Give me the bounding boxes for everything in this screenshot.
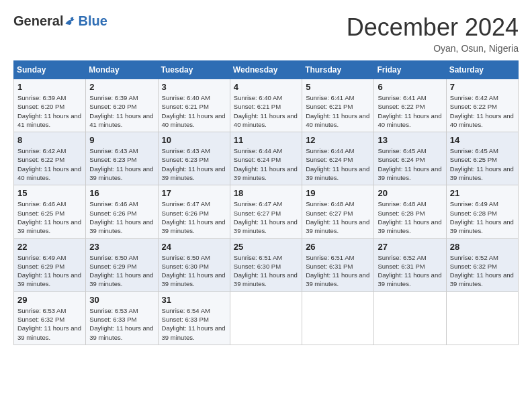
- empty-cell: [230, 291, 302, 345]
- calendar-day-cell: 13Sunrise: 6:45 AMSunset: 6:24 PMDayligh…: [374, 132, 446, 185]
- calendar-day-cell: 18Sunrise: 6:47 AMSunset: 6:27 PMDayligh…: [230, 185, 302, 238]
- day-detail: Sunrise: 6:40 AMSunset: 6:21 PMDaylight:…: [162, 93, 226, 129]
- day-number: 18: [234, 188, 298, 198]
- day-number: 13: [378, 135, 442, 145]
- calendar-day-cell: 10Sunrise: 6:43 AMSunset: 6:23 PMDayligh…: [158, 132, 230, 185]
- calendar-day-cell: 7Sunrise: 6:42 AMSunset: 6:22 PMDaylight…: [446, 79, 518, 132]
- calendar-day-cell: 21Sunrise: 6:49 AMSunset: 6:28 PMDayligh…: [446, 185, 518, 238]
- calendar-day-cell: 14Sunrise: 6:45 AMSunset: 6:25 PMDayligh…: [446, 132, 518, 185]
- day-detail: Sunrise: 6:50 AMSunset: 6:30 PMDaylight:…: [162, 253, 226, 289]
- calendar-week-row: 8Sunrise: 6:42 AMSunset: 6:22 PMDaylight…: [14, 132, 519, 185]
- day-number: 25: [234, 242, 298, 252]
- calendar-day-cell: 11Sunrise: 6:44 AMSunset: 6:24 PMDayligh…: [230, 132, 302, 185]
- day-detail: Sunrise: 6:45 AMSunset: 6:25 PMDaylight:…: [450, 146, 515, 182]
- calendar-week-row: 1Sunrise: 6:39 AMSunset: 6:20 PMDaylight…: [14, 79, 519, 132]
- calendar-day-cell: 19Sunrise: 6:48 AMSunset: 6:27 PMDayligh…: [302, 185, 374, 238]
- calendar-day-cell: 17Sunrise: 6:47 AMSunset: 6:26 PMDayligh…: [158, 185, 230, 238]
- day-number: 4: [234, 82, 298, 92]
- day-detail: Sunrise: 6:44 AMSunset: 6:24 PMDaylight:…: [234, 146, 298, 182]
- calendar-day-cell: 23Sunrise: 6:50 AMSunset: 6:29 PMDayligh…: [86, 238, 158, 291]
- day-number: 22: [17, 242, 82, 252]
- day-number: 21: [450, 188, 515, 198]
- day-detail: Sunrise: 6:40 AMSunset: 6:21 PMDaylight:…: [234, 93, 298, 129]
- day-detail: Sunrise: 6:45 AMSunset: 6:24 PMDaylight:…: [378, 146, 442, 182]
- title-block: December 2024 Oyan, Osun, Nigeria: [347, 13, 519, 54]
- day-detail: Sunrise: 6:47 AMSunset: 6:27 PMDaylight:…: [234, 199, 298, 235]
- day-detail: Sunrise: 6:51 AMSunset: 6:31 PMDaylight:…: [306, 253, 370, 289]
- calendar-day-cell: 27Sunrise: 6:52 AMSunset: 6:31 PMDayligh…: [374, 238, 446, 291]
- day-detail: Sunrise: 6:41 AMSunset: 6:21 PMDaylight:…: [306, 93, 370, 129]
- day-number: 7: [450, 82, 515, 92]
- day-detail: Sunrise: 6:53 AMSunset: 6:33 PMDaylight:…: [89, 306, 154, 342]
- logo-general: General: [13, 13, 63, 29]
- day-detail: Sunrise: 6:50 AMSunset: 6:29 PMDaylight:…: [89, 253, 154, 289]
- day-detail: Sunrise: 6:42 AMSunset: 6:22 PMDaylight:…: [450, 93, 515, 129]
- day-number: 23: [89, 242, 154, 252]
- calendar-day-cell: 22Sunrise: 6:49 AMSunset: 6:29 PMDayligh…: [14, 238, 86, 291]
- day-detail: Sunrise: 6:52 AMSunset: 6:31 PMDaylight:…: [378, 253, 442, 289]
- day-number: 11: [234, 135, 298, 145]
- column-header-thursday: Thursday: [302, 61, 374, 79]
- column-header-wednesday: Wednesday: [230, 61, 302, 79]
- day-number: 20: [378, 188, 442, 198]
- calendar-week-row: 22Sunrise: 6:49 AMSunset: 6:29 PMDayligh…: [14, 238, 519, 291]
- calendar-day-cell: 25Sunrise: 6:51 AMSunset: 6:30 PMDayligh…: [230, 238, 302, 291]
- calendar-day-cell: 1Sunrise: 6:39 AMSunset: 6:20 PMDaylight…: [14, 79, 86, 132]
- empty-cell: [446, 291, 518, 345]
- day-detail: Sunrise: 6:51 AMSunset: 6:30 PMDaylight:…: [234, 253, 298, 289]
- day-detail: Sunrise: 6:54 AMSunset: 6:33 PMDaylight:…: [162, 306, 226, 342]
- day-number: 10: [162, 135, 226, 145]
- day-detail: Sunrise: 6:49 AMSunset: 6:29 PMDaylight:…: [17, 253, 82, 289]
- calendar-day-cell: 4Sunrise: 6:40 AMSunset: 6:21 PMDaylight…: [230, 79, 302, 132]
- day-detail: Sunrise: 6:42 AMSunset: 6:22 PMDaylight:…: [17, 146, 82, 182]
- calendar-week-row: 29Sunrise: 6:53 AMSunset: 6:32 PMDayligh…: [14, 291, 519, 345]
- calendar-day-cell: 15Sunrise: 6:46 AMSunset: 6:25 PMDayligh…: [14, 185, 86, 238]
- column-header-sunday: Sunday: [14, 61, 86, 79]
- calendar-day-cell: 3Sunrise: 6:40 AMSunset: 6:21 PMDaylight…: [158, 79, 230, 132]
- day-number: 14: [450, 135, 515, 145]
- empty-cell: [302, 291, 374, 345]
- calendar-day-cell: 5Sunrise: 6:41 AMSunset: 6:21 PMDaylight…: [302, 79, 374, 132]
- logo-bird-icon: [64, 15, 78, 28]
- day-number: 1: [17, 82, 82, 92]
- calendar-header-row: SundayMondayTuesdayWednesdayThursdayFrid…: [14, 61, 519, 79]
- day-detail: Sunrise: 6:49 AMSunset: 6:28 PMDaylight:…: [450, 199, 515, 235]
- day-number: 8: [17, 135, 82, 145]
- day-detail: Sunrise: 6:46 AMSunset: 6:26 PMDaylight:…: [89, 199, 154, 235]
- month-title: December 2024: [347, 13, 519, 42]
- calendar-day-cell: 6Sunrise: 6:41 AMSunset: 6:22 PMDaylight…: [374, 79, 446, 132]
- day-number: 12: [306, 135, 370, 145]
- day-number: 17: [162, 188, 226, 198]
- day-number: 6: [378, 82, 442, 92]
- day-number: 15: [17, 188, 82, 198]
- day-number: 26: [306, 242, 370, 252]
- calendar-day-cell: 26Sunrise: 6:51 AMSunset: 6:31 PMDayligh…: [302, 238, 374, 291]
- day-detail: Sunrise: 6:43 AMSunset: 6:23 PMDaylight:…: [89, 146, 154, 182]
- day-detail: Sunrise: 6:39 AMSunset: 6:20 PMDaylight:…: [17, 93, 82, 129]
- day-number: 3: [162, 82, 226, 92]
- day-number: 31: [162, 295, 226, 305]
- day-number: 24: [162, 242, 226, 252]
- day-detail: Sunrise: 6:53 AMSunset: 6:32 PMDaylight:…: [17, 306, 82, 342]
- calendar-day-cell: 20Sunrise: 6:48 AMSunset: 6:28 PMDayligh…: [374, 185, 446, 238]
- logo-blue: Blue: [78, 13, 107, 29]
- day-detail: Sunrise: 6:41 AMSunset: 6:22 PMDaylight:…: [378, 93, 442, 129]
- calendar-day-cell: 31Sunrise: 6:54 AMSunset: 6:33 PMDayligh…: [158, 291, 230, 345]
- calendar-day-cell: 29Sunrise: 6:53 AMSunset: 6:32 PMDayligh…: [14, 291, 86, 345]
- calendar-day-cell: 9Sunrise: 6:43 AMSunset: 6:23 PMDaylight…: [86, 132, 158, 185]
- day-detail: Sunrise: 6:48 AMSunset: 6:27 PMDaylight:…: [306, 199, 370, 235]
- day-number: 30: [89, 295, 154, 305]
- calendar-day-cell: 24Sunrise: 6:50 AMSunset: 6:30 PMDayligh…: [158, 238, 230, 291]
- day-detail: Sunrise: 6:46 AMSunset: 6:25 PMDaylight:…: [17, 199, 82, 235]
- calendar-table: SundayMondayTuesdayWednesdayThursdayFrid…: [13, 60, 519, 345]
- day-number: 29: [17, 295, 82, 305]
- calendar-day-cell: 16Sunrise: 6:46 AMSunset: 6:26 PMDayligh…: [86, 185, 158, 238]
- day-number: 19: [306, 188, 370, 198]
- calendar-day-cell: 30Sunrise: 6:53 AMSunset: 6:33 PMDayligh…: [86, 291, 158, 345]
- column-header-friday: Friday: [374, 61, 446, 79]
- day-number: 28: [450, 242, 515, 252]
- calendar-day-cell: 8Sunrise: 6:42 AMSunset: 6:22 PMDaylight…: [14, 132, 86, 185]
- day-detail: Sunrise: 6:39 AMSunset: 6:20 PMDaylight:…: [89, 93, 154, 129]
- calendar-day-cell: 2Sunrise: 6:39 AMSunset: 6:20 PMDaylight…: [86, 79, 158, 132]
- day-detail: Sunrise: 6:43 AMSunset: 6:23 PMDaylight:…: [162, 146, 226, 182]
